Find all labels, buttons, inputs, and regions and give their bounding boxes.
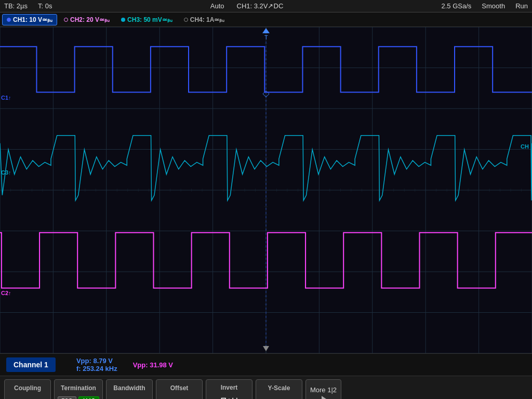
ch4-indicator [184, 18, 188, 22]
yscale-button[interactable]: Y-Scale 10 V [256, 379, 302, 399]
termination-1mohm[interactable]: 1MΩ [78, 396, 99, 400]
run-status: Run [515, 2, 528, 10]
offset-label: Offset [170, 384, 189, 392]
vpp1-measurement: Vpp: 8.79 V f: 253.24 kHz [76, 357, 117, 373]
more-arrow-icon [322, 396, 328, 400]
invert-button[interactable]: Invert ⊓↓⊔ [206, 379, 252, 399]
vpp2-value: Vpp: 31.98 V [133, 361, 173, 369]
termination-label: Termination [61, 384, 96, 392]
offset-button[interactable]: Offset Off [156, 379, 203, 399]
bandwidth-label: Bandwidth [113, 384, 145, 392]
ch3-button[interactable]: CH3: 50 mV≃ᵦᵤ [116, 14, 177, 25]
vpp1-value: Vpp: 8.79 V [76, 357, 117, 365]
ch3-label: CH3: 50 mV≃ᵦᵤ [127, 16, 172, 23]
measurement-bar: Channel 1 Vpp: 8.79 V f: 253.24 kHz Vpp:… [0, 353, 532, 376]
scope-canvas [0, 27, 532, 353]
ch2-button[interactable]: CH2: 20 V≃ᵦᵤ [59, 14, 114, 25]
auto-mode: Auto [210, 2, 224, 10]
ch2-label: CH2: 20 V≃ᵦᵤ [70, 16, 110, 23]
termination-button[interactable]: Termination 50Ω 1MΩ [54, 379, 103, 399]
ch3-indicator [121, 18, 125, 22]
channel-1-label[interactable]: Channel 1 [6, 357, 56, 372]
vpp2-measurement: Vpp: 31.98 V [133, 361, 173, 369]
more-label: More 1|2 [310, 386, 337, 394]
invert-icon: ⊓↓⊔ [221, 395, 238, 399]
status-bar: TB: 2µs T: 0s Auto CH1: 3.2V↗DC 2.5 GSa/… [0, 0, 532, 12]
termination-50ohm[interactable]: 50Ω [58, 396, 76, 400]
coupling-button[interactable]: Coupling DC [4, 379, 51, 399]
ch1-label: CH1: 10 V≃ᵦᵤ [13, 16, 52, 23]
scope-display [0, 27, 532, 353]
more-button[interactable]: More 1|2 [305, 379, 341, 399]
control-bar: Coupling DC Termination 50Ω 1MΩ Bandwidt… [0, 376, 532, 399]
tb-display: TB: 2µs [4, 2, 28, 10]
termination-options: 50Ω 1MΩ [58, 396, 99, 400]
ch1-button[interactable]: CH1: 10 V≃ᵦᵤ [2, 14, 57, 25]
invert-label: Invert [221, 384, 238, 391]
sample-rate: 2.5 GSa/s [442, 2, 472, 10]
freq-value: f: 253.24 kHz [76, 365, 117, 373]
ch4-button[interactable]: CH4: 1A≃ᵦᵤ [179, 14, 230, 25]
ch4-label: CH4: 1A≃ᵦᵤ [190, 16, 225, 23]
t-display: T: 0s [38, 2, 52, 10]
smooth-mode: Smooth [482, 2, 505, 10]
channel-bar: CH1: 10 V≃ᵦᵤ CH2: 20 V≃ᵦᵤ CH3: 50 mV≃ᵦᵤ … [0, 12, 532, 27]
coupling-label: Coupling [14, 384, 41, 392]
yscale-label: Y-Scale [268, 384, 290, 392]
ch1-indicator [7, 18, 11, 22]
bandwidth-button[interactable]: Bandwidth 20MHz [106, 379, 153, 399]
ch1-info: CH1: 3.2V↗DC [237, 2, 284, 10]
ch2-indicator [64, 18, 68, 22]
